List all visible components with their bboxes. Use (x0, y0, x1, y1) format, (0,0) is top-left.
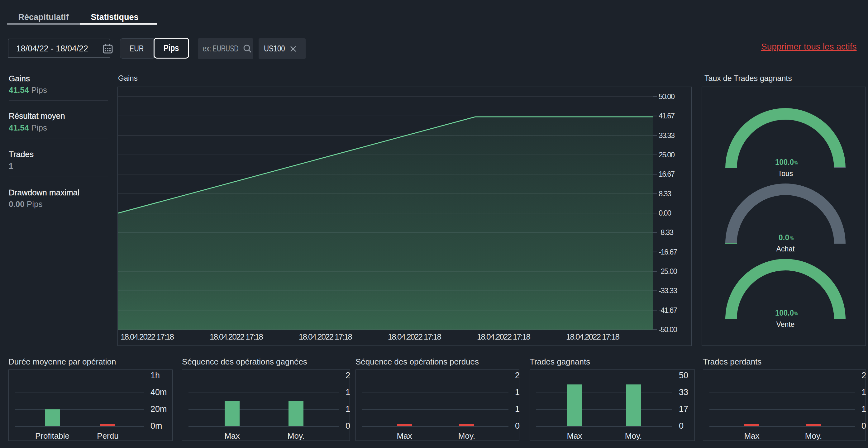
svg-text:%: % (795, 160, 798, 166)
svg-text:-33.33: -33.33 (659, 286, 677, 295)
svg-text:-25.00: -25.00 (659, 267, 677, 276)
svg-text:18.04.2022 17:18: 18.04.2022 17:18 (299, 332, 352, 342)
svg-text:Tous: Tous (778, 169, 793, 178)
svg-text:8.33: 8.33 (659, 189, 672, 198)
svg-text:33.33: 33.33 (659, 131, 675, 139)
svg-text:18.04.2022 17:18: 18.04.2022 17:18 (210, 332, 263, 342)
svg-text:%: % (790, 235, 794, 241)
svg-text:%: % (795, 311, 798, 317)
svg-text:18.04.2022 17:18: 18.04.2022 17:18 (121, 332, 174, 342)
svg-text:Achat: Achat (776, 245, 795, 253)
svg-text:18.04.2022 17:18: 18.04.2022 17:18 (566, 332, 620, 342)
svg-text:-50.00: -50.00 (659, 325, 677, 334)
svg-text:100.0: 100.0 (775, 157, 794, 167)
svg-text:0.00: 0.00 (659, 209, 672, 217)
svg-text:-16.67: -16.67 (659, 248, 677, 256)
svg-text:25.00: 25.00 (659, 151, 675, 159)
svg-text:Vente: Vente (776, 320, 795, 328)
svg-text:16.67: 16.67 (659, 170, 675, 178)
svg-text:18.04.2022 17:18: 18.04.2022 17:18 (388, 332, 441, 342)
svg-text:41.67: 41.67 (659, 111, 675, 120)
svg-text:-41.67: -41.67 (659, 306, 677, 314)
svg-text:100.0: 100.0 (775, 308, 794, 317)
svg-text:-8.33: -8.33 (659, 228, 674, 236)
svg-text:18.04.2022 17:18: 18.04.2022 17:18 (477, 332, 531, 342)
svg-text:50.00: 50.00 (659, 92, 675, 101)
svg-text:0.0: 0.0 (779, 233, 789, 242)
